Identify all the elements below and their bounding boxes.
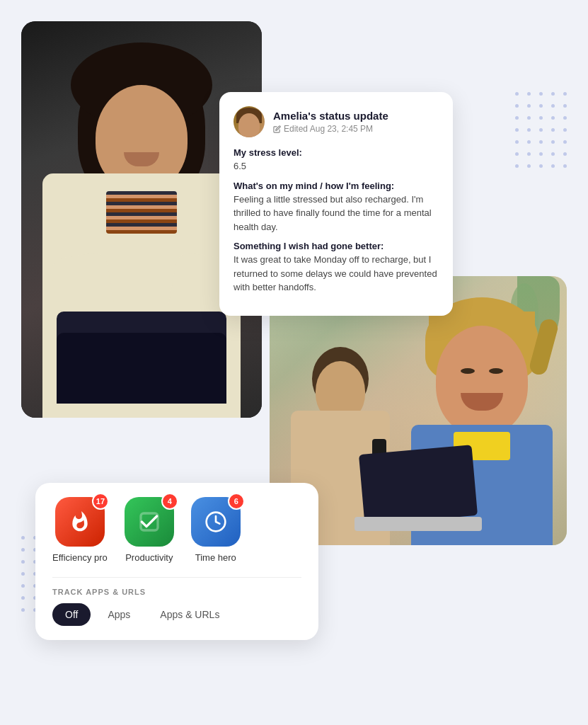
mind-value: Feeling a little stressed but also recha…: [234, 193, 439, 234]
mind-section: What's on my mind / how I'm feeling: Fee…: [234, 181, 439, 234]
avatar: [234, 106, 265, 137]
app-item-efficiency: 17 Efficiency pro: [52, 497, 108, 563]
stress-label: My stress level:: [234, 147, 439, 158]
productivity-badge: 4: [161, 493, 178, 510]
wish-section: Something I wish had gone better: It was…: [234, 241, 439, 295]
apps-row: 17 Efficiency pro 4: [52, 497, 301, 563]
track-section: TRACK APPS & URLS Off Apps Apps & URLs: [52, 577, 301, 626]
edit-icon: [273, 125, 281, 133]
clock-icon: [204, 510, 227, 533]
timehero-badge: 6: [228, 493, 245, 510]
status-title-group: Amelia's status update Edited Aug 23, 2:…: [273, 110, 388, 134]
wish-label: Something I wish had gone better:: [234, 241, 439, 251]
productivity-label: Productivity: [125, 552, 173, 563]
efficiency-label: Efficiency pro: [52, 552, 108, 563]
app-item-timehero: 6 Time hero: [191, 497, 241, 563]
status-edited-label: Edited Aug 23, 2:45 PM: [273, 124, 388, 134]
apps-card: 17 Efficiency pro 4: [35, 483, 318, 640]
track-btn-apps-urls[interactable]: Apps & URLs: [147, 603, 232, 626]
track-options: Off Apps Apps & URLs: [52, 603, 301, 626]
checkmark-icon: [138, 510, 161, 533]
stress-value: 6.5: [234, 159, 439, 173]
app-icon-wrapper-efficiency: 17: [55, 497, 105, 547]
scene: Amelia's status update Edited Aug 23, 2:…: [0, 0, 588, 725]
status-header: Amelia's status update Edited Aug 23, 2:…: [234, 106, 439, 137]
app-icon-wrapper-timehero: 6: [191, 497, 241, 547]
status-card: Amelia's status update Edited Aug 23, 2:…: [219, 92, 453, 316]
app-item-productivity: 4 Productivity: [125, 497, 174, 563]
track-btn-off[interactable]: Off: [52, 603, 91, 626]
dot-grid-top-right: [515, 92, 567, 168]
track-label: TRACK APPS & URLS: [52, 588, 301, 596]
timehero-label: Time hero: [195, 552, 236, 563]
efficiency-badge: 17: [92, 493, 109, 510]
mind-label: What's on my mind / how I'm feeling:: [234, 181, 439, 191]
track-btn-apps[interactable]: Apps: [95, 603, 143, 626]
stress-section: My stress level: 6.5: [234, 147, 439, 173]
flame-icon: [69, 510, 91, 533]
wish-value: It was great to take Monday off to recha…: [234, 253, 439, 295]
app-icon-wrapper-productivity: 4: [125, 497, 174, 547]
status-card-title: Amelia's status update: [273, 110, 388, 122]
